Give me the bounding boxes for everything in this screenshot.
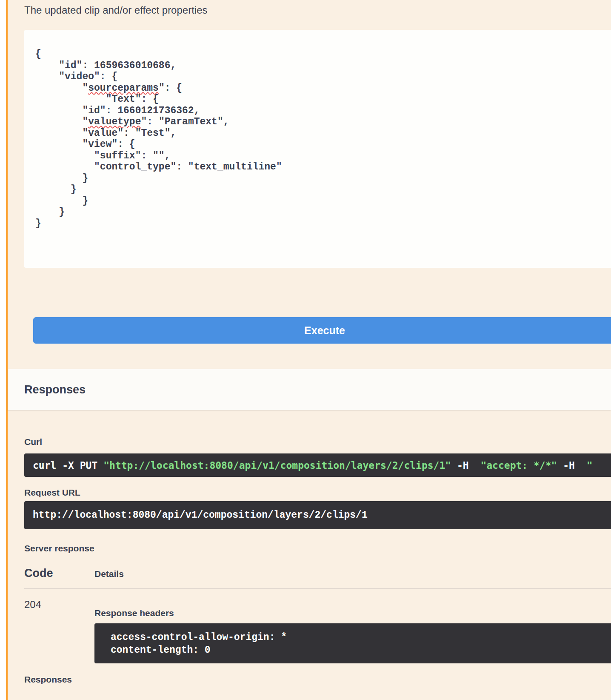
execute-button[interactable]: Execute [33, 317, 611, 344]
request-url-label: Request URL [24, 487, 611, 498]
table-head-divider [24, 588, 611, 589]
responses-doc-title: Responses [24, 674, 611, 685]
request-body-editor[interactable]: { "id": 1659636010686, "video": { "sourc… [24, 30, 611, 268]
response-status-code: 204 [24, 599, 94, 663]
responses-header-title: Responses [24, 383, 86, 396]
response-headers-block: access-control-allow-origin: *content-le… [94, 623, 611, 663]
curl-label: Curl [24, 436, 611, 448]
responses-section-header: Responses [8, 369, 611, 410]
request-url-value: http://localhost:8080/api/v1/composition… [33, 510, 368, 521]
request-body-json[interactable]: { "id": 1659636010686, "video": { "sourc… [24, 30, 611, 229]
details-column-header: Details [94, 569, 124, 579]
server-response-label: Server response [24, 543, 611, 554]
execute-button-label: Execute [304, 324, 345, 336]
server-response-table-head: Code Details [24, 567, 611, 580]
responses-inner: Curl curl -X PUT "http://localhost:8080/… [8, 436, 611, 685]
request-url-block: http://localhost:8080/api/v1/composition… [24, 501, 611, 529]
curl-command[interactable]: curl -X PUT "http://localhost:8080/api/v… [24, 453, 611, 477]
swagger-put-operation-panel: The updated clip and/or effect propertie… [0, 0, 611, 700]
opblock-body: The updated clip and/or effect propertie… [8, 0, 611, 700]
request-body-description: The updated clip and/or effect propertie… [8, 0, 611, 16]
server-response-row: 204 Response headers access-control-allo… [24, 599, 611, 663]
code-column-header: Code [24, 567, 94, 580]
response-details-cell: Response headers access-control-allow-or… [94, 599, 611, 663]
response-headers-title: Response headers [94, 599, 611, 619]
